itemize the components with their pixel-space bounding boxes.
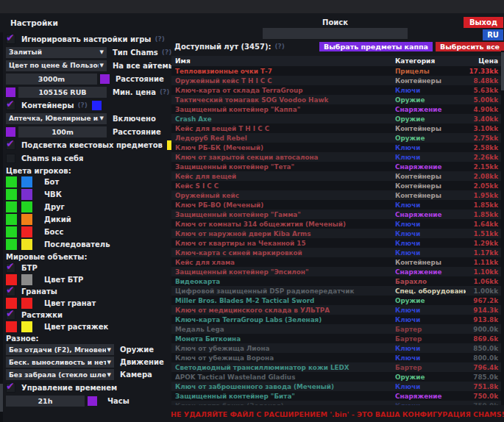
table-row[interactable]: Ключ от убежища ВоронаКлючи800.0k [171,353,504,362]
player-color-swatch-secondary[interactable] [21,201,32,212]
table-row[interactable]: Ледоруб Red RebelОружие2.75kk [171,133,504,143]
grenades-label: Гранаты [21,287,57,296]
table-row[interactable]: Ключ от закрытой секции автосалонаКлючи2… [171,152,504,162]
table-row[interactable]: Оружейный кейсКонтейнеры1.95kk [171,190,504,200]
containers-color-swatch[interactable] [92,101,102,110]
table-row[interactable]: Ключ РБ-БК (Меченый)Ключи2.58kk [171,143,504,152]
containers-distance-swatch[interactable] [6,127,15,137]
containers-checkbox[interactable] [6,101,15,110]
table-row[interactable]: Ключ-карта с синей маркировкойКлючи1.17k… [171,248,504,257]
distance-color-swatch[interactable] [100,74,110,84]
table-row[interactable]: Ключ-карта банка (Зеленая)Ключи750.0k [171,401,504,405]
player-color-swatch-primary[interactable] [6,214,17,225]
table-row[interactable]: Crash AxeОружие3.40kk [171,114,504,124]
btr-color-swatch-2[interactable] [21,274,32,285]
help-icon[interactable]: (?) [77,101,87,109]
table-row[interactable]: APOK Tactical Wasteland GladiusОружие785… [171,372,504,382]
table-row[interactable]: Защищенный контейнер "Гамма"Снаряжение1.… [171,210,504,219]
chevron-down-icon: ▼ [107,360,111,365]
grenades-checkbox[interactable] [6,287,15,296]
item-price: 750.0k [466,393,504,400]
table-row[interactable]: Ключ-карта TerraGroup Labs (Зеленая)Ключ… [171,315,504,324]
table-row[interactable]: Кейс S I C CКонтейнеры2.05kk [171,181,504,190]
item-category: Снаряжение [395,163,466,171]
time-control-label: Управление временем [21,384,117,392]
table-row[interactable]: Кейс для вещейКонтейнеры2.08kk [171,171,504,181]
player-color-swatch-secondary[interactable] [21,226,32,237]
item-price: 2.08kk [466,173,504,180]
all-items-dropdown[interactable]: Цвет по цене & Пользователь ▼ [6,60,107,71]
table-row[interactable]: Ключ от наружной двери Kiba ArmsКлючи1.5… [171,229,504,238]
table-row[interactable]: Тепловизионные очки Т-7Прицелы17.33kk [171,66,504,76]
grenade-color-swatch-2[interactable] [21,298,32,309]
column-category[interactable]: Категория [395,57,466,65]
exit-button[interactable]: Выход [464,17,503,28]
min-price-color-swatch[interactable] [6,87,15,97]
movement-misc-dropdown[interactable]: Беск. выносливость и нет уста ▼ [6,357,114,368]
language-button[interactable]: RU [483,29,503,40]
sidebar-scrollbar-thumb[interactable] [0,384,3,412]
help-icon[interactable]: (?) [160,88,169,96]
table-row[interactable]: Ключ-карта от склада TerraGroupКлючи5.63… [171,85,504,95]
column-name[interactable]: Имя [171,57,395,65]
select-kappa-items-button[interactable]: Выбрать предметы каппа [319,42,433,51]
table-row[interactable]: Ключ от комнаты 314 общежития (Меченый)К… [171,219,504,229]
table-row[interactable]: ВидеокартаБарахло1.06kk [171,276,504,286]
table-row[interactable]: Ключ РБ-ВО (Меченый)Ключи1.85kk [171,200,504,210]
drop-all-button[interactable]: Выбросить все [436,42,504,51]
hours-input[interactable] [6,396,85,407]
player-color-swatch-primary[interactable] [6,226,17,237]
camera-misc-dropdown[interactable]: Без забрала (стекло шлема) ▼ [6,369,114,380]
btr-checkbox[interactable] [6,263,15,273]
table-row[interactable]: Защищенный контейнер "Бита"Снаряжение750… [171,391,504,401]
table-row[interactable]: Кейс для хламаКонтейнеры1.11kk [171,257,504,267]
player-color-swatch-primary[interactable] [6,239,17,250]
help-icon[interactable]: (?) [162,49,171,56]
table-row[interactable]: Светодиодный трансиллюминатор кожи LEDXБ… [171,362,504,372]
help-icon[interactable]: (?) [274,43,284,50]
help-icon[interactable]: (?) [155,35,164,43]
table-row[interactable]: Тактический томагавк SOG Voodoo HawkОруж… [171,95,504,104]
enabled-categories-dropdown[interactable]: Аптечка, Ювелирные и... ▼ [6,113,107,124]
min-price-input[interactable] [18,87,107,98]
tripwires-checkbox[interactable] [6,310,15,320]
table-row[interactable]: Ключ от заброшенного завода (Меченый)Клю… [171,382,504,391]
chams-self-checkbox[interactable] [6,154,15,163]
containers-distance-input[interactable] [18,126,107,137]
table-scrollbar[interactable] [501,51,504,405]
table-row[interactable]: Ключ от убежища ЛионаКлючи850.0k [171,343,504,353]
item-price: 1.95kk [466,192,504,199]
hours-color-swatch[interactable] [88,396,97,406]
player-color-swatch-primary[interactable] [6,189,17,200]
player-color-swatch-primary[interactable] [6,176,17,187]
player-color-swatch-primary[interactable] [6,201,17,212]
search-input[interactable] [263,28,408,39]
ignore-game-settings-checkbox[interactable] [6,35,15,44]
table-row[interactable]: Защищенный контейнер "Эпсилон"Снаряжение… [171,267,504,276]
table-row[interactable]: Ключ от медицинского склада в УЛЬТРАКлюч… [171,305,504,315]
table-row[interactable]: Ключ от квартиры на Чеканной 15Ключи1.29… [171,238,504,248]
sidebar-scrollbar[interactable] [0,32,3,422]
player-color-swatch-secondary[interactable] [21,189,32,200]
table-row[interactable]: Оружейный кейс T H I C CКонтейнеры8.48kk [171,76,504,85]
quest-highlight-checkbox[interactable] [6,140,15,150]
table-scrollbar-thumb[interactable] [501,52,504,90]
tripwire-color-swatch-2[interactable] [21,321,32,332]
chams-type-dropdown[interactable]: Залитый ▼ [6,47,107,58]
time-control-checkbox[interactable] [6,383,15,393]
column-price[interactable]: Цена [466,57,504,65]
player-color-swatch-secondary[interactable] [21,214,32,225]
weapon-misc-dropdown[interactable]: Без отдачи (F2), Мгновенное п ▼ [6,344,114,355]
table-row[interactable]: Защищенный контейнер "Каппа"Снаряжение4.… [171,104,504,114]
table-row[interactable]: Miller Bros. Blades M-2 Tactical SwordОр… [171,296,504,305]
distance-input[interactable] [6,74,97,85]
table-row[interactable]: Кейс для вещей T H I C CКонтейнеры3.10kk [171,124,504,133]
tripwire-color-swatch-1[interactable] [6,321,17,332]
table-row[interactable]: Цифровой защищенный DSP радиопередатчикС… [171,286,504,296]
table-row[interactable]: Монета БиткоинаБартер869.6k [171,334,504,343]
table-row[interactable]: Медаль LegaБартер900.0k [171,324,504,334]
player-color-swatch-secondary[interactable] [21,176,32,187]
player-color-swatch-secondary[interactable] [21,239,32,250]
table-row[interactable]: Защищенный контейнер "Тета"Снаряжение2.1… [171,162,504,171]
item-price: 913.8k [466,316,504,323]
